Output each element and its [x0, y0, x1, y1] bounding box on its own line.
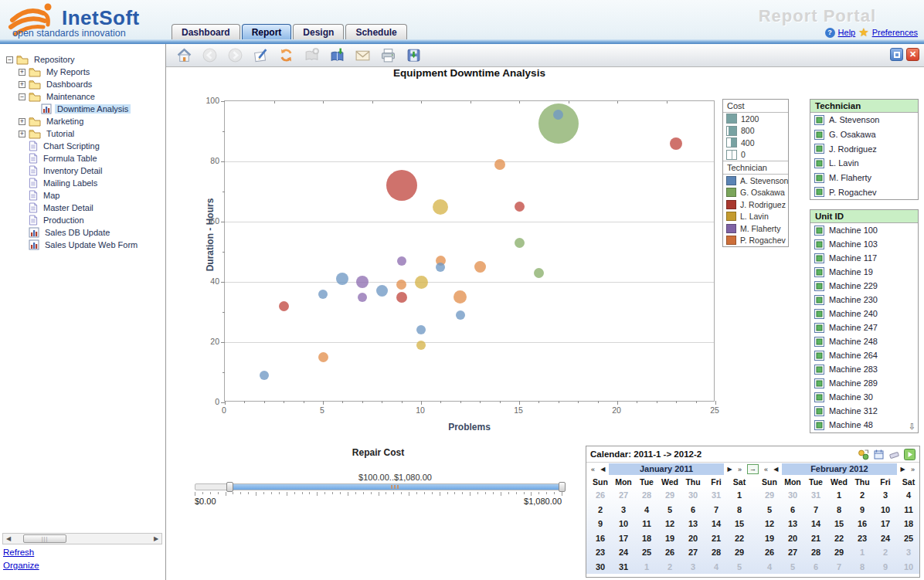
calendar-day[interactable]: 7: [705, 503, 728, 517]
scroll-down-icon[interactable]: ⇩: [909, 422, 916, 432]
checkbox-checked-icon[interactable]: [814, 144, 824, 154]
calendar-day[interactable]: 10: [874, 503, 897, 517]
tab-report[interactable]: Report: [242, 24, 292, 40]
tree-item-downtime-analysis[interactable]: Downtime Analysis: [3, 103, 162, 115]
calendar-day[interactable]: 2: [589, 503, 612, 517]
calendar-day[interactable]: 23: [589, 545, 612, 560]
calendar-day[interactable]: 1: [728, 488, 751, 503]
calendar-day[interactable]: 9: [874, 560, 897, 575]
filter-item-machine-48[interactable]: Machine 48: [810, 418, 918, 432]
calendar-day[interactable]: 9: [589, 517, 612, 531]
filter-item-machine-264[interactable]: Machine 264: [810, 348, 918, 362]
calendar-day[interactable]: 23: [851, 531, 874, 546]
checkbox-checked-icon[interactable]: [814, 351, 824, 361]
calendar-day[interactable]: 3: [897, 545, 920, 560]
filter-item-g-osakawa[interactable]: G. Osakawa: [810, 127, 918, 142]
calendar-day[interactable]: 12: [658, 517, 681, 531]
calendar-day[interactable]: 1: [635, 560, 658, 575]
calendar-day[interactable]: 27: [681, 545, 705, 560]
calendar-day[interactable]: 13: [781, 517, 804, 531]
calendar-day[interactable]: 19: [658, 531, 681, 546]
calendar-day[interactable]: 30: [781, 488, 804, 503]
calendar-day[interactable]: 7: [827, 560, 851, 575]
calendar-day[interactable]: 26: [658, 545, 681, 560]
expand-icon[interactable]: +: [19, 131, 25, 137]
checkbox-checked-icon[interactable]: [814, 115, 824, 125]
calendar-day[interactable]: 11: [897, 503, 920, 517]
calendar-day[interactable]: 4: [897, 488, 920, 503]
calendar-day[interactable]: 2: [658, 560, 681, 575]
compare-icon[interactable]: [858, 449, 869, 460]
preferences-star-icon[interactable]: ★: [858, 25, 868, 39]
help-icon[interactable]: ?: [825, 28, 835, 38]
calendar-day[interactable]: 29: [827, 545, 851, 560]
scrollbar-thumb[interactable]: |||: [23, 534, 66, 543]
checkbox-checked-icon[interactable]: [814, 337, 824, 347]
calendar-day[interactable]: 25: [635, 545, 658, 560]
calendar-day[interactable]: 21: [705, 531, 728, 546]
calendar-day[interactable]: 2: [851, 488, 874, 503]
date-range-icon[interactable]: [873, 449, 885, 460]
next-year-icon[interactable]: »: [909, 466, 917, 473]
calendar-day[interactable]: 8: [728, 503, 751, 517]
tree-item-inventory-detail[interactable]: Inventory Detail: [3, 165, 162, 177]
month-header-2[interactable]: February 2012: [782, 463, 897, 475]
next-year-icon[interactable]: »: [735, 466, 744, 473]
tree-item-chart-scripting[interactable]: Chart Scripting: [3, 140, 162, 152]
next-month-icon[interactable]: ▶: [899, 466, 907, 473]
calendar-day[interactable]: 6: [804, 560, 827, 575]
calendar-day[interactable]: 30: [589, 560, 612, 575]
calendar-day[interactable]: 1: [851, 545, 874, 560]
calendar-day[interactable]: 2: [874, 545, 897, 560]
prev-month-icon[interactable]: ◀: [599, 466, 607, 473]
expand-icon[interactable]: +: [19, 81, 25, 88]
calendar-day[interactable]: 19: [758, 531, 781, 546]
month-header-1[interactable]: January 2011: [609, 463, 724, 475]
filter-item-p-rogachev[interactable]: P. Rogachev: [810, 185, 918, 199]
calendar-day[interactable]: 31: [705, 488, 728, 503]
calendar-day[interactable]: 6: [681, 503, 705, 517]
checkbox-checked-icon[interactable]: [814, 365, 824, 375]
filter-item-machine-229[interactable]: Machine 229: [810, 279, 918, 293]
calendar-day[interactable]: 3: [612, 503, 635, 517]
filter-item-machine-117[interactable]: Machine 117: [810, 251, 918, 265]
calendar-day[interactable]: 29: [658, 488, 681, 503]
checkbox-checked-icon[interactable]: [814, 187, 824, 197]
calendar-day[interactable]: 13: [681, 517, 705, 531]
collapse-icon[interactable]: −: [6, 56, 13, 63]
filter-item-machine-19[interactable]: Machine 19: [810, 265, 918, 279]
calendar-day[interactable]: 14: [705, 517, 728, 531]
calendar-day[interactable]: 26: [758, 545, 781, 560]
calendar-day[interactable]: 20: [781, 531, 804, 546]
calendar-day[interactable]: 18: [897, 517, 920, 531]
tree-item-mailing-labels[interactable]: Mailing Labels: [3, 177, 162, 189]
calendar-day[interactable]: 27: [612, 488, 635, 503]
sidebar-horizontal-scrollbar[interactable]: ◀ ||| ▶: [2, 533, 162, 544]
checkbox-checked-icon[interactable]: [814, 281, 824, 291]
calendar-day[interactable]: 31: [612, 560, 635, 575]
calendar-day[interactable]: 9: [851, 503, 874, 517]
filter-item-l-lavin[interactable]: L. Lavin: [810, 156, 918, 171]
tree-item-production[interactable]: Production: [3, 214, 162, 226]
slider-left-handle[interactable]: [226, 482, 233, 492]
filter-item-machine-247[interactable]: Machine 247: [810, 321, 918, 334]
calendar-day[interactable]: 12: [758, 517, 781, 531]
filter-item-machine-103[interactable]: Machine 103: [810, 237, 918, 251]
calendar-day[interactable]: 10: [897, 560, 920, 575]
checkbox-checked-icon[interactable]: [814, 158, 824, 168]
calendar-day[interactable]: 17: [612, 531, 635, 546]
checkbox-checked-icon[interactable]: [814, 226, 824, 236]
tree-item-tutorial[interactable]: +Tutorial: [3, 127, 162, 140]
calendar-day[interactable]: 15: [728, 517, 751, 531]
checkbox-checked-icon[interactable]: [814, 239, 824, 249]
calendar-day[interactable]: 25: [897, 531, 920, 546]
filter-item-machine-240[interactable]: Machine 240: [810, 307, 918, 321]
calendar-day[interactable]: 28: [635, 488, 658, 503]
calendar-day[interactable]: 28: [705, 545, 728, 560]
tab-design[interactable]: Design: [293, 24, 344, 40]
prev-year-icon[interactable]: «: [589, 466, 597, 473]
repair-cost-slider[interactable]: [195, 483, 562, 490]
calendar-day[interactable]: 3: [874, 488, 897, 503]
refresh-link[interactable]: Refresh: [3, 548, 39, 557]
calendar-day[interactable]: 28: [804, 545, 827, 560]
